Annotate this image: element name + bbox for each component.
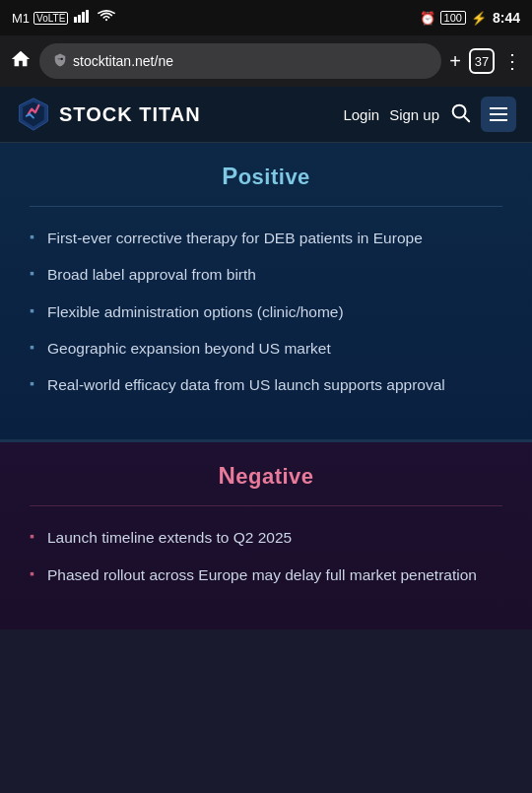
positive-title: Positive bbox=[30, 163, 502, 190]
positive-section: Positive First-ever corrective therapy f… bbox=[0, 143, 532, 442]
svg-rect-2 bbox=[82, 12, 85, 23]
tabs-count-button[interactable]: 37 bbox=[469, 48, 495, 74]
status-right: ⏰ 100 ⚡ 8:44 bbox=[420, 10, 520, 26]
hamburger-menu-button[interactable] bbox=[481, 97, 516, 132]
signal-icon bbox=[74, 10, 92, 26]
browser-menu-button[interactable]: ⋮ bbox=[502, 49, 522, 73]
negative-divider bbox=[30, 505, 502, 506]
battery-icon: 100 bbox=[440, 11, 466, 25]
list-item: Phased rollout across Europe may delay f… bbox=[30, 563, 502, 586]
carrier-text: M1 bbox=[12, 11, 30, 26]
site-header: STOCK TITAN Login Sign up bbox=[0, 87, 532, 143]
site-logo[interactable]: STOCK TITAN bbox=[16, 97, 201, 132]
site-logo-text: STOCK TITAN bbox=[59, 103, 201, 126]
browser-chrome: stocktitan.net/ne + 37 ⋮ bbox=[0, 35, 532, 87]
list-item: Launch timeline extends to Q2 2025 bbox=[30, 526, 502, 549]
alarm-icon: ⏰ bbox=[420, 11, 435, 26]
wifi-icon bbox=[98, 10, 115, 26]
list-item: Broad label approval from birth bbox=[30, 263, 502, 286]
address-security-icon bbox=[53, 53, 67, 70]
new-tab-button[interactable]: + bbox=[449, 50, 461, 73]
login-button[interactable]: Login bbox=[343, 106, 379, 123]
main-content: Positive First-ever corrective therapy f… bbox=[0, 143, 532, 629]
svg-rect-1 bbox=[78, 15, 81, 23]
charging-icon: ⚡ bbox=[471, 11, 487, 26]
list-item: Real-world efficacy data from US launch … bbox=[30, 373, 502, 396]
negative-section: Negative Launch timeline extends to Q2 2… bbox=[0, 442, 532, 629]
browser-home-button[interactable] bbox=[10, 48, 32, 75]
svg-rect-3 bbox=[86, 10, 89, 23]
positive-list: First-ever corrective therapy for DEB pa… bbox=[30, 227, 502, 396]
logo-icon bbox=[16, 97, 51, 132]
time-display: 8:44 bbox=[493, 10, 520, 26]
signup-button[interactable]: Sign up bbox=[389, 106, 439, 123]
list-item: Geographic expansion beyond US market bbox=[30, 337, 502, 360]
address-text: stocktitan.net/ne bbox=[73, 53, 173, 69]
negative-list: Launch timeline extends to Q2 2025 Phase… bbox=[30, 526, 502, 586]
positive-divider bbox=[30, 206, 502, 207]
status-bar: M1 VoLTE ⏰ 100 ⚡ 8:44 bbox=[0, 0, 532, 35]
status-left: M1 VoLTE bbox=[12, 10, 115, 26]
site-header-nav: Login Sign up bbox=[343, 97, 516, 132]
svg-line-7 bbox=[464, 116, 469, 121]
list-item: Flexible administration options (clinic/… bbox=[30, 300, 502, 323]
negative-title: Negative bbox=[30, 462, 502, 490]
volte-badge: VoLTE bbox=[33, 12, 68, 25]
search-button[interactable] bbox=[449, 101, 471, 128]
browser-address-bar[interactable]: stocktitan.net/ne bbox=[39, 43, 441, 79]
svg-rect-0 bbox=[74, 17, 77, 23]
list-item: First-ever corrective therapy for DEB pa… bbox=[30, 227, 502, 249]
